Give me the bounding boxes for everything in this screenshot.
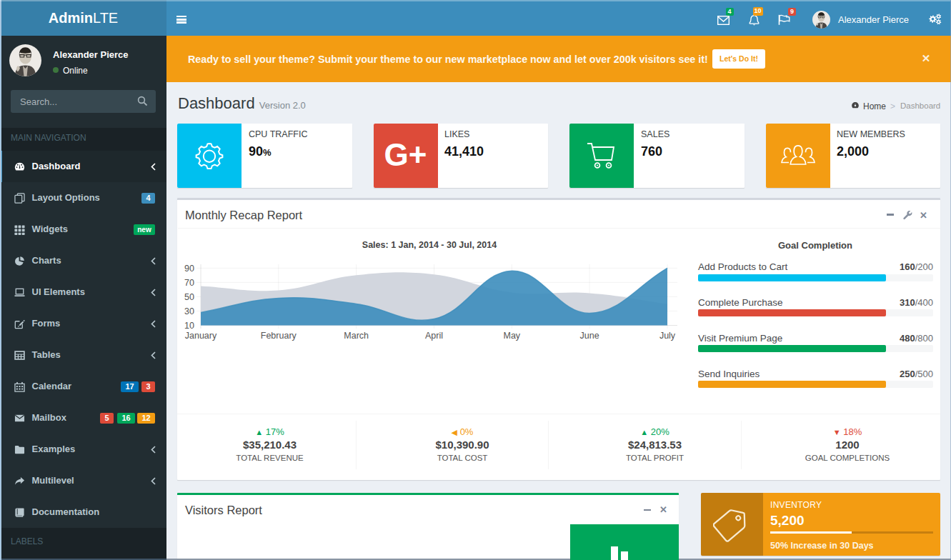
svg-text:10: 10 — [184, 321, 194, 331]
svg-text:July: July — [659, 331, 676, 341]
svg-text:March: March — [344, 331, 369, 341]
svg-text:50: 50 — [184, 292, 194, 302]
svg-text:70: 70 — [184, 278, 194, 288]
svg-text:January: January — [185, 331, 217, 341]
svg-text:April: April — [425, 331, 443, 341]
svg-text:May: May — [503, 331, 520, 341]
svg-text:February: February — [261, 331, 297, 341]
svg-text:June: June — [580, 331, 599, 341]
svg-text:90: 90 — [184, 264, 194, 274]
svg-text:30: 30 — [184, 306, 194, 316]
